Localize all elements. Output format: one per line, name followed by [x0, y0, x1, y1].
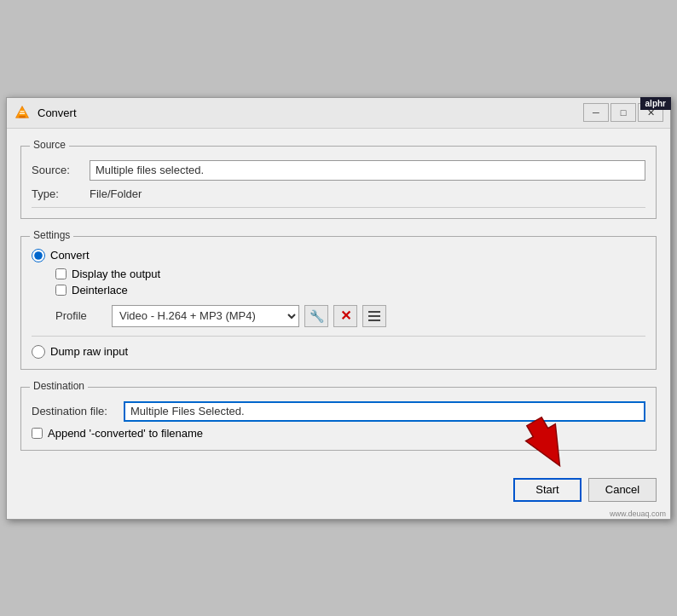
- button-row: Start Cancel: [20, 471, 657, 505]
- source-group: Source Source: Type: File/Folder: [20, 146, 657, 219]
- dump-raw-label[interactable]: Dump raw input: [32, 345, 128, 359]
- cancel-button[interactable]: Cancel: [588, 478, 657, 502]
- title-bar: Convert ─ □ ✕: [7, 98, 670, 129]
- svg-rect-6: [368, 320, 380, 321]
- destination-file-input[interactable]: [124, 401, 645, 422]
- profiles-list-button[interactable]: [362, 305, 386, 327]
- list-icon-svg: [367, 309, 381, 323]
- settings-group: Settings Convert Display the output: [20, 236, 657, 370]
- type-label: Type:: [32, 187, 83, 200]
- profile-select[interactable]: Video - H.264 + MP3 (MP4): [112, 305, 299, 327]
- convert-radio-row: Convert: [32, 249, 645, 262]
- source-group-label: Source: [30, 139, 69, 151]
- delete-profile-button[interactable]: ✕: [333, 305, 357, 327]
- dump-raw-row: Dump raw input: [32, 345, 645, 359]
- profile-row: Profile Video - H.264 + MP3 (MP4) 🔧 ✕: [55, 305, 645, 327]
- deinterlace-item[interactable]: Deinterlace: [55, 284, 645, 296]
- settings-separator: [32, 336, 645, 337]
- destination-file-row: Destination file:: [32, 401, 645, 422]
- start-button[interactable]: Start: [513, 478, 582, 502]
- source-label: Source:: [32, 164, 83, 176]
- destination-group: Destination Destination file: Append '-c…: [20, 387, 657, 451]
- svg-marker-7: [519, 413, 575, 475]
- settings-group-label: Settings: [30, 229, 73, 241]
- deinterlace-label: Deinterlace: [72, 284, 128, 296]
- profile-label: Profile: [55, 309, 107, 322]
- source-input[interactable]: [90, 160, 645, 181]
- checkbox-group: Display the output Deinterlace: [55, 268, 645, 296]
- wrench-button[interactable]: 🔧: [304, 305, 328, 327]
- deinterlace-checkbox[interactable]: [55, 285, 67, 296]
- destination-file-label: Destination file:: [32, 405, 117, 417]
- display-output-label: Display the output: [72, 268, 160, 280]
- svg-rect-1: [19, 116, 26, 118]
- vlc-icon: [14, 104, 31, 121]
- display-output-item[interactable]: Display the output: [55, 268, 645, 280]
- maximize-button[interactable]: □: [610, 103, 636, 122]
- svg-rect-5: [368, 315, 380, 317]
- convert-window: Convert ─ □ ✕ Source Source: Type: File/…: [6, 97, 671, 520]
- source-divider: [32, 207, 645, 208]
- source-row: Source:: [32, 160, 645, 181]
- watermark: www.deuaq.com: [610, 509, 666, 518]
- append-checkbox[interactable]: [32, 428, 43, 439]
- dump-raw-radio[interactable]: [32, 345, 45, 359]
- alphr-badge: alphr: [640, 97, 671, 110]
- minimize-button[interactable]: ─: [583, 103, 609, 122]
- convert-radio-text: Convert: [50, 249, 90, 262]
- display-output-checkbox[interactable]: [55, 268, 67, 279]
- dump-raw-text: Dump raw input: [50, 345, 128, 358]
- dialog-content: Source Source: Type: File/Folder Setting…: [7, 129, 670, 519]
- destination-group-label: Destination: [30, 380, 88, 392]
- append-label: Append '-converted' to filename: [48, 427, 203, 440]
- window-title: Convert: [38, 107, 576, 119]
- svg-rect-4: [368, 311, 380, 313]
- convert-radio[interactable]: [32, 249, 45, 262]
- type-row: Type: File/Folder: [32, 187, 645, 200]
- append-row: Append '-converted' to filename: [32, 427, 645, 440]
- convert-radio-label[interactable]: Convert: [32, 249, 90, 262]
- type-value: File/Folder: [90, 187, 142, 200]
